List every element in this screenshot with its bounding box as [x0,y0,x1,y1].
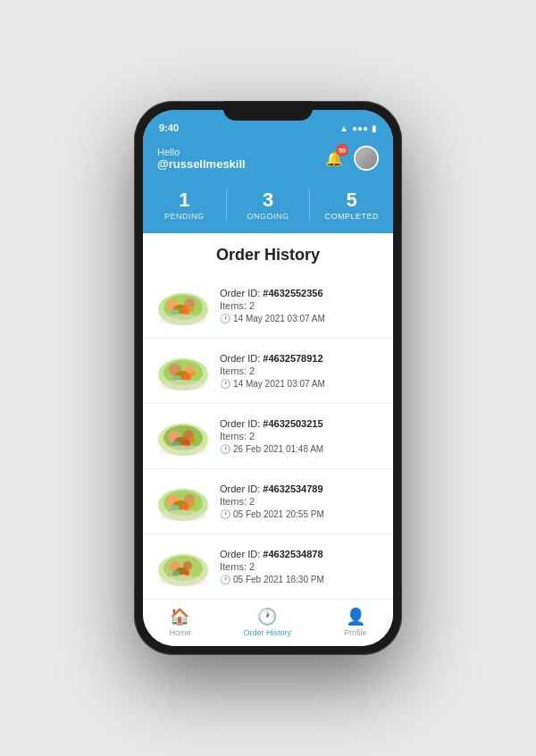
svg-point-26 [160,445,206,456]
signal-icon: ●●● [352,123,368,133]
section-title: Order History [143,233,393,273]
order-details-5: Order ID: #4632534878 Items: 2 🕐 05 Feb … [220,549,324,584]
order-time-3: 🕐 26 Feb 2021 01:48 AM [220,444,323,454]
stats-bar: 1 PENDING 3 ONGOING 5 COMPLETED [143,181,393,233]
username-text: @russellmeskill [157,157,246,171]
nav-order-history[interactable]: 🕐 Order History [243,607,291,637]
svg-point-34 [188,502,194,508]
profile-label: Profile [344,628,367,637]
order-id-1: Order ID: #4632552356 [220,288,325,298]
svg-point-17 [160,380,206,391]
notification-badge: 50 [336,144,348,156]
order-id-2: Order ID: #4632578912 [220,353,325,364]
home-label: Home [169,628,190,637]
order-image-2 [155,348,211,394]
order-item[interactable]: Order ID: #4632534789 Items: 2 🕐 05 Feb … [143,469,393,534]
order-time-1: 🕐 14 May 2021 03:07 AM [220,314,325,323]
notification-bell[interactable]: 🔔 50 [322,146,347,171]
order-id-3: Order ID: #4632503215 [220,418,323,429]
order-time-5: 🕐 05 Feb 2021 18:30 PM [220,575,324,584]
profile-icon: 👤 [346,607,365,626]
user-avatar[interactable] [354,146,379,171]
order-items-1: Items: 2 [220,300,325,311]
order-items-5: Items: 2 [220,561,324,572]
order-item[interactable]: Order ID: #4632552356 Items: 2 🕐 14 May … [143,273,393,339]
order-id-4: Order ID: #4632534789 [220,483,324,494]
order-details-4: Order ID: #4632534789 Items: 2 🕐 05 Feb … [220,483,324,519]
completed-label: COMPLETED [310,212,393,221]
completed-count: 5 [310,189,393,212]
bottom-nav: 🏠 Home 🕐 Order History 👤 Profile [143,599,393,646]
stat-completed[interactable]: 5 COMPLETED [310,189,393,221]
order-items-2: Items: 2 [220,365,325,376]
stat-ongoing[interactable]: 3 ONGOING [227,189,311,221]
phone-screen: 9:40 ▲ ●●● ▮ Hello @russellmeskill 🔔 50 [143,110,393,646]
header: Hello @russellmeskill 🔔 50 [143,139,393,181]
order-details-1: Order ID: #4632552356 Items: 2 🕐 14 May … [220,288,325,323]
svg-point-7 [188,307,194,312]
ongoing-label: ONGOING [227,212,310,221]
order-items-4: Items: 2 [220,496,324,507]
svg-point-6 [171,309,180,315]
svg-point-41 [184,570,189,575]
svg-point-33 [171,505,180,510]
header-icons: 🔔 50 [322,146,379,171]
header-left: Hello @russellmeskill [157,147,246,171]
order-details-2: Order ID: #4632578912 Items: 2 🕐 14 May … [220,353,325,389]
order-history-label: Order History [243,628,291,637]
order-history-icon: 🕐 [257,607,277,626]
svg-point-14 [184,374,191,381]
order-image-1 [155,282,211,329]
clock-icon: 🕐 [220,509,230,519]
nav-home[interactable]: 🏠 Home [169,607,190,637]
svg-point-32 [182,503,189,510]
clock-icon: 🕐 [220,575,230,584]
svg-point-35 [160,510,206,521]
svg-point-16 [190,371,196,376]
order-items-3: Items: 2 [220,431,323,441]
stat-pending[interactable]: 1 PENDING [143,189,227,221]
wifi-icon: ▲ [339,123,348,133]
order-item[interactable]: Order ID: #4632534878 Items: 2 🕐 05 Feb … [143,534,393,599]
svg-point-43 [160,575,206,586]
greeting-text: Hello [157,147,246,157]
pending-label: PENDING [143,212,226,221]
order-id-5: Order ID: #4632534878 [220,549,324,559]
phone-frame: 9:40 ▲ ●●● ▮ Hello @russellmeskill 🔔 50 [134,101,402,655]
nav-profile[interactable]: 👤 Profile [344,607,367,637]
svg-point-42 [172,571,180,576]
order-details-3: Order ID: #4632503215 Items: 2 🕐 26 Feb … [220,418,323,454]
status-time: 9:40 [159,122,179,133]
home-icon: 🏠 [170,607,189,626]
pending-count: 1 [143,189,226,212]
order-image-3 [155,413,211,459]
order-image-4 [155,478,211,525]
clock-icon: 🕐 [220,379,230,389]
clock-icon: 🕐 [220,314,230,323]
content-area: Order History [143,233,393,599]
order-item[interactable]: Order ID: #4632503215 Items: 2 🕐 26 Feb … [143,404,393,469]
ongoing-count: 3 [227,189,310,212]
order-image-5 [155,543,211,590]
status-icons: ▲ ●●● ▮ [339,123,377,133]
battery-icon: ▮ [372,123,377,133]
order-item[interactable]: Order ID: #4632578912 Items: 2 🕐 14 May … [143,339,393,404]
clock-icon: 🕐 [220,444,230,454]
svg-point-5 [182,307,189,315]
order-time-4: 🕐 05 Feb 2021 20:55 PM [220,509,324,519]
phone-notch [223,101,313,121]
svg-point-25 [189,437,195,442]
order-list: Order ID: #4632552356 Items: 2 🕐 14 May … [143,273,393,599]
svg-point-8 [160,315,206,325]
order-time-2: 🕐 14 May 2021 03:07 AM [220,379,325,389]
